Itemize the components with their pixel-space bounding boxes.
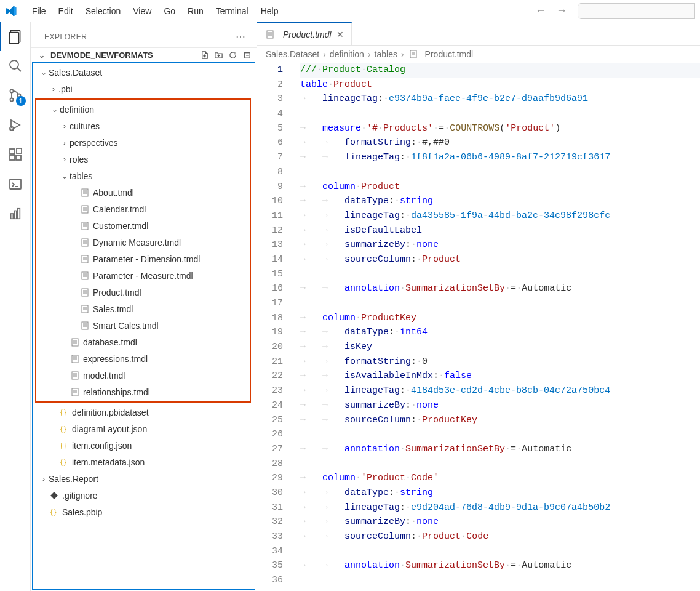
file-expressions-tmdl[interactable]: expressions.tmdl [36, 350, 250, 367]
explorer-sidebar: EXPLORER ⋯ ⌄ DEVMODE_NEWFORMATS ⌄Sales.D… [31, 22, 257, 591]
svg-rect-61 [72, 372, 78, 379]
folder-sales-dataset[interactable]: ⌄Sales.Dataset [33, 64, 255, 81]
folder-tables[interactable]: ⌄tables [36, 167, 250, 184]
powerbi-icon[interactable] [7, 206, 23, 222]
new-file-icon[interactable] [200, 50, 209, 60]
tmdl-file-icon [79, 321, 90, 330]
tmdl-file-icon [79, 222, 90, 230]
nav-forward-icon[interactable]: → [551, 2, 572, 20]
svg-rect-1 [9, 33, 18, 44]
svg-rect-9 [10, 155, 15, 160]
breadcrumb-segment[interactable]: Product.tmdl [425, 49, 474, 59]
file-tree[interactable]: ⌄Sales.Dataset ›.pbi ⌄definition ›cultur… [32, 62, 255, 590]
file-sales-tmdl[interactable]: Sales.tmdl [36, 300, 250, 317]
file-relationships-tmdl[interactable]: relationships.tmdl [36, 384, 250, 400]
file-itemmetadata[interactable]: {}item.metadata.json [33, 454, 255, 470]
braces-icon: {} [58, 441, 70, 450]
breadcrumb-segment[interactable]: Sales.Dataset [266, 49, 319, 59]
file-parameter-measure-tmdl[interactable]: Parameter - Measure.tmdl [36, 267, 250, 284]
menu-file[interactable]: File [26, 4, 52, 18]
svg-rect-10 [16, 155, 21, 160]
file-model-tmdl[interactable]: model.tmdl [36, 367, 250, 384]
svg-rect-41 [82, 289, 88, 296]
tmdl-file-icon [79, 205, 90, 214]
file-database-tmdl[interactable]: database.tmdl [36, 334, 250, 350]
svg-point-5 [10, 98, 13, 102]
tmdl-file-icon [264, 30, 276, 39]
file-dynamic-measure-tmdl[interactable]: Dynamic Measure.tmdl [36, 234, 250, 251]
svg-text:{}: {} [60, 458, 67, 467]
menu-edit[interactable]: Edit [52, 4, 79, 18]
file-product-tmdl[interactable]: Product.tmdl [36, 284, 250, 300]
scm-badge: 1 [16, 96, 26, 106]
svg-rect-57 [72, 355, 78, 363]
collapse-all-icon[interactable] [242, 50, 252, 60]
folder-roles[interactable]: ›roles [36, 151, 250, 167]
braces-icon: {} [58, 408, 70, 417]
svg-text:{}: {} [60, 408, 67, 417]
svg-rect-11 [17, 148, 22, 153]
source-control-icon[interactable]: 1 [7, 87, 23, 103]
file-calendar-tmdl[interactable]: Calendar.tmdl [36, 201, 250, 217]
sidebar-more-icon[interactable]: ⋯ [236, 31, 245, 42]
file-parameter-dimension-tmdl[interactable]: Parameter - Dimension.tmdl [36, 251, 250, 267]
sidebar-title: EXPLORER [44, 33, 87, 41]
tmdl-file-icon [70, 355, 81, 363]
tmdl-file-icon [70, 371, 81, 380]
braces-icon: {} [49, 508, 60, 517]
menu-view[interactable]: View [127, 4, 157, 18]
code-editor[interactable]: 1234567891011121314151617181920212223242… [257, 63, 700, 591]
tab-label: Product.tmdl [283, 30, 332, 39]
tmdl-file-icon [408, 50, 419, 58]
file-definition-pbidataset[interactable]: {}definition.pbidataset [33, 404, 255, 420]
new-folder-icon[interactable] [214, 50, 223, 60]
braces-icon: {} [58, 458, 70, 467]
menu-help[interactable]: Help [255, 4, 285, 18]
activity-bar: 1 [0, 22, 31, 591]
folder-perspectives[interactable]: ›perspectives [36, 134, 250, 151]
breadcrumb-segment[interactable]: definition [330, 49, 364, 59]
svg-rect-74 [267, 31, 273, 38]
menu-selection[interactable]: Selection [79, 4, 127, 18]
file-sales-pbip[interactable]: {}Sales.pbip [33, 504, 255, 520]
svg-rect-13 [10, 214, 13, 219]
search-icon[interactable] [7, 58, 23, 74]
workspace-name: DEVMODE_NEWFORMATS [50, 50, 153, 60]
close-icon[interactable]: ✕ [336, 30, 344, 39]
folder-sales-report[interactable]: ›Sales.Report [33, 470, 255, 487]
file-diagramlayout[interactable]: {}diagramLayout.json [33, 420, 255, 437]
svg-point-2 [10, 60, 18, 69]
file-customer-tmdl[interactable]: Customer.tmdl [36, 217, 250, 234]
global-search-input[interactable] [578, 3, 695, 19]
menu-terminal[interactable]: Terminal [210, 4, 255, 18]
terminal-panel-icon[interactable] [7, 176, 23, 192]
svg-rect-8 [10, 149, 15, 154]
breadcrumb[interactable]: Sales.Dataset›definition›tables›Product.… [257, 46, 700, 63]
menu-bar: FileEditSelectionViewGoRunTerminalHelp ←… [0, 0, 700, 22]
folder-pbi[interactable]: ›.pbi [33, 81, 255, 97]
tab-product-tmdl[interactable]: Product.tmdl ✕ [257, 22, 352, 45]
gitignore-icon [49, 491, 60, 500]
menu-run[interactable]: Run [181, 4, 210, 18]
code-content[interactable]: ///·Product·Catalogtable·Product→ lineag… [295, 63, 700, 591]
extensions-icon[interactable] [7, 147, 23, 163]
svg-rect-29 [82, 239, 88, 246]
tmdl-file-icon [79, 255, 90, 263]
breadcrumb-segment[interactable]: tables [375, 49, 397, 59]
explorer-icon[interactable] [7, 28, 23, 44]
folder-cultures[interactable]: ›cultures [36, 118, 250, 134]
workspace-section-header[interactable]: ⌄ DEVMODE_NEWFORMATS [31, 47, 257, 62]
highlighted-definition-section: ⌄definition ›cultures ›perspectives ›rol… [35, 98, 251, 403]
file-itemconfig[interactable]: {}item.config.json [33, 437, 255, 454]
file-smart-calcs-tmdl[interactable]: Smart Calcs.tmdl [36, 317, 250, 334]
folder-definition[interactable]: ⌄definition [36, 101, 250, 118]
svg-rect-49 [82, 322, 88, 329]
file-gitignore[interactable]: .gitignore [33, 487, 255, 504]
refresh-icon[interactable] [228, 50, 237, 60]
menu-go[interactable]: Go [157, 4, 181, 18]
vscode-logo-icon [5, 5, 17, 17]
file-about-tmdl[interactable]: About.tmdl [36, 184, 250, 201]
run-debug-icon[interactable] [7, 117, 23, 133]
tmdl-file-icon [79, 271, 90, 280]
nav-back-icon[interactable]: ← [530, 2, 551, 20]
